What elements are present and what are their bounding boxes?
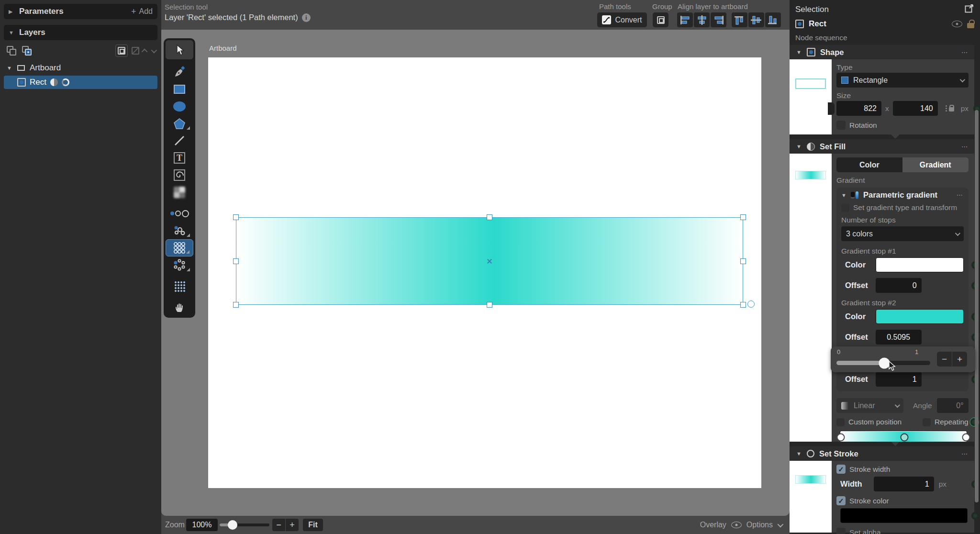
new-group-icon[interactable] [21, 45, 33, 56]
layer-visibility-icon[interactable] [952, 21, 962, 27]
stop1-offset-field[interactable]: 0 [876, 278, 922, 293]
section-menu-icon[interactable]: ⋯ [961, 143, 969, 150]
deselect-icon[interactable] [132, 47, 139, 55]
height-field[interactable]: 140 [893, 101, 938, 116]
selected-layer-row[interactable]: Rect [790, 16, 980, 32]
offset-decrement-button[interactable]: − [937, 352, 952, 367]
handle-middle-left[interactable] [233, 258, 239, 264]
move-layer-down-icon[interactable] [151, 47, 157, 53]
tool-text[interactable]: T [166, 149, 193, 167]
custom-position-checkbox[interactable] [836, 418, 845, 426]
zoom-slider-knob[interactable] [228, 520, 237, 530]
handle-bottom-right[interactable] [740, 302, 746, 308]
tab-color[interactable]: Color [836, 157, 902, 172]
info-icon[interactable]: i [302, 13, 311, 22]
stop2-color-swatch[interactable] [876, 309, 964, 324]
align-top-button[interactable] [732, 12, 747, 27]
shape-section-header[interactable]: ▼ Shape ⋯ [790, 45, 974, 59]
tool-line[interactable] [166, 132, 193, 149]
layer-lock-icon[interactable] [967, 23, 974, 28]
selected-rectangle[interactable] [236, 218, 743, 304]
stroke-width-checkbox[interactable]: ✓ [836, 465, 846, 474]
stroke-color-checkbox[interactable]: ✓ [836, 496, 846, 505]
expand-arrow-icon[interactable]: ▼ [7, 65, 12, 71]
pivot-marker-icon[interactable] [487, 258, 492, 264]
tool-pen[interactable] [166, 63, 193, 80]
align-bottom-button[interactable] [765, 12, 781, 27]
gradient-end-handle[interactable] [747, 300, 755, 308]
collapse-arrow-icon[interactable]: ▶ [9, 9, 14, 15]
expand-arrow-icon[interactable]: ▼ [796, 451, 802, 456]
tool-pan[interactable] [166, 299, 193, 316]
node-connector[interactable] [971, 512, 979, 520]
new-layer-icon[interactable] [6, 45, 17, 56]
tool-rectangle[interactable] [166, 80, 193, 98]
zoom-slider[interactable] [220, 523, 269, 526]
add-parameter-button[interactable]: + Add [131, 7, 153, 17]
expand-arrow-icon[interactable]: ▼ [9, 30, 14, 35]
expand-arrow-icon[interactable]: ▼ [796, 144, 802, 149]
layer-row-rect[interactable]: Rect [4, 76, 157, 89]
section-menu-icon[interactable]: ⋯ [961, 450, 969, 457]
stroke-indicator-icon[interactable] [62, 78, 69, 86]
number-of-stops-dropdown[interactable]: 3 colors [841, 226, 964, 241]
tool-polygon[interactable] [166, 115, 193, 132]
options-label[interactable]: Options [746, 521, 773, 529]
gradient-stop-handle-end[interactable] [962, 434, 970, 442]
group-button[interactable] [653, 12, 668, 27]
section-menu-icon[interactable]: ⋯ [957, 191, 964, 199]
parametric-gradient-header[interactable]: ▼ Parametric gradient ⋯ [841, 190, 964, 200]
offset-slider-track[interactable] [836, 361, 930, 365]
align-center-vertical-button[interactable] [748, 12, 764, 27]
width-field[interactable]: 822 [836, 101, 881, 116]
tool-ellipse[interactable] [166, 98, 193, 115]
stroke-section-header[interactable]: ▼ Set Stroke ⋯ [790, 446, 974, 461]
expand-arrow-icon[interactable]: ▼ [841, 192, 847, 198]
tool-dot-grid[interactable] [166, 278, 193, 295]
rotation-checkbox[interactable] [836, 121, 846, 130]
layer-row-artboard[interactable]: ▼ Artboard [4, 61, 157, 75]
fill-indicator-icon[interactable] [50, 78, 58, 86]
layers-header[interactable]: ▼ Layers [4, 25, 157, 40]
offset-increment-button[interactable]: + [952, 352, 967, 367]
panel-scrollbar[interactable] [975, 110, 979, 502]
tab-gradient[interactable]: Gradient [902, 157, 969, 172]
zoom-out-button[interactable]: − [272, 519, 285, 531]
set-gradient-type-checkbox[interactable] [841, 204, 849, 212]
stroke-color-swatch[interactable] [840, 508, 968, 523]
artboard[interactable] [208, 57, 761, 488]
handle-bottom-left[interactable] [233, 302, 239, 308]
parameters-header[interactable]: ▶ Parameters + Add [4, 4, 157, 19]
select-bounds-icon[interactable] [115, 44, 128, 57]
tool-radial-pattern[interactable] [166, 256, 193, 274]
tool-circle-pattern[interactable] [166, 205, 193, 222]
move-layer-up-icon[interactable] [142, 48, 148, 55]
tool-grid-pattern[interactable] [166, 239, 193, 256]
angle-field[interactable]: 0° [937, 398, 969, 413]
expand-arrow-icon[interactable]: ▼ [796, 49, 802, 55]
tool-scatter-pattern[interactable] [166, 222, 193, 239]
tool-select[interactable] [166, 40, 193, 59]
node-input-connector[interactable] [828, 102, 835, 115]
handle-top-right[interactable] [740, 214, 746, 220]
fit-button[interactable]: Fit [303, 519, 323, 531]
ratio-lock-icon[interactable] [946, 105, 954, 111]
viewport[interactable]: Artboard [161, 30, 790, 516]
set-alpha-checkbox[interactable] [836, 528, 846, 534]
chevron-down-icon[interactable] [778, 521, 784, 527]
tool-image[interactable] [166, 184, 193, 201]
gradient-stop-handle-start[interactable] [837, 434, 845, 442]
stroke-width-field[interactable]: 1 [874, 477, 934, 491]
handle-middle-right[interactable] [740, 258, 746, 264]
stop1-color-swatch[interactable] [876, 257, 964, 272]
gradient-type-dropdown[interactable]: Linear [836, 398, 903, 413]
node-graph-icon[interactable] [965, 4, 974, 15]
handle-top-center[interactable] [487, 214, 492, 220]
section-menu-icon[interactable]: ⋯ [961, 49, 969, 56]
convert-button[interactable]: Convert [597, 12, 647, 27]
stop2-offset-field[interactable]: 0.5095 [876, 330, 922, 345]
tool-spiral[interactable] [166, 167, 193, 184]
zoom-value[interactable]: 100% [186, 519, 218, 531]
overlay-eye-icon[interactable] [731, 522, 742, 528]
stop3-offset-field[interactable]: 1 [876, 372, 922, 387]
